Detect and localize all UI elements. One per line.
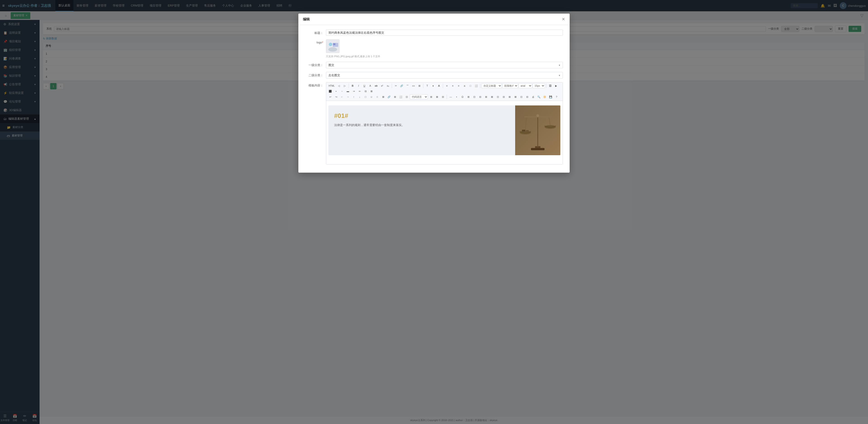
rte-table-button[interactable]: ⊞ bbox=[416, 83, 422, 88]
rte-paragraph-select[interactable]: 段落格式 bbox=[502, 83, 518, 88]
rte-t4-button[interactable]: ⊞ bbox=[483, 94, 489, 99]
title-field-input[interactable] bbox=[326, 30, 563, 36]
rte-outdent-button[interactable]: a bbox=[462, 83, 467, 88]
rte-undo-icon[interactable]: ◁ bbox=[336, 83, 342, 88]
template-text-side: #01# 法律是一系列的规则，通常需要经由一套制度来落实。 bbox=[329, 106, 515, 155]
rte-embed-button[interactable]: ⊠ bbox=[434, 94, 440, 99]
rte-emoji-button[interactable]: ☺ bbox=[369, 94, 374, 99]
category2-field-select[interactable]: 左右图文 bbox=[326, 72, 563, 79]
rte-omega-button[interactable]: Ω bbox=[460, 94, 465, 99]
logo-upload-area: 只支持 PNG,JPG,jpeg,gif 格式,最多上传 1 个文件 bbox=[326, 39, 380, 58]
rte-content-area[interactable]: #01# 法律是一系列的规则，通常需要经由一套制度来落实。 bbox=[326, 101, 563, 164]
rte-r7-button[interactable]: □ bbox=[363, 94, 368, 99]
rte-highlight2-button[interactable]: 🔆 bbox=[542, 94, 548, 99]
rte-angle-quote-button[interactable]: «» bbox=[411, 83, 416, 88]
rte-superscript-button[interactable]: x² bbox=[379, 83, 385, 88]
rte-t10-button[interactable]: ⊡ bbox=[519, 94, 524, 99]
svg-rect-7 bbox=[531, 148, 545, 150]
rte-file-button[interactable]: 🔗 bbox=[386, 94, 392, 99]
category1-field-select[interactable]: 图文 bbox=[326, 62, 563, 68]
rte-font-select[interactable]: arial bbox=[519, 83, 532, 88]
rte-redo-icon[interactable]: ▷ bbox=[342, 83, 347, 88]
rte-t2-button[interactable]: ⊡ bbox=[471, 94, 477, 99]
svg-point-13 bbox=[520, 131, 531, 134]
rte-check-button[interactable]: ⊠ bbox=[380, 94, 386, 99]
logo-preview[interactable] bbox=[326, 39, 340, 53]
modal-header: 编辑 ✕ bbox=[298, 13, 569, 25]
logo-field-label: logo* bbox=[305, 39, 323, 44]
rte-link-button[interactable]: 🔗 bbox=[399, 83, 404, 88]
rte-map-button[interactable]: ⊟ bbox=[440, 94, 445, 99]
rte-search2-button[interactable]: 🔍 bbox=[536, 94, 541, 99]
rte-align-left-button[interactable]: ⬛ bbox=[328, 89, 333, 94]
rte-align-right-button[interactable]: ▫ bbox=[339, 89, 345, 94]
rte-r3-button[interactable]: ← bbox=[339, 94, 345, 99]
rte-star-button[interactable]: ☆ bbox=[375, 94, 380, 99]
rte-cut-button[interactable]: ✂ bbox=[393, 83, 399, 88]
rte-quote-button[interactable]: "" bbox=[405, 83, 410, 88]
modal-overlay[interactable]: 编辑 ✕ 标题： logo* bbox=[0, 0, 868, 424]
rte-hr-button[interactable]: — bbox=[448, 94, 454, 99]
modal-close-button[interactable]: ✕ bbox=[562, 17, 565, 22]
rte-separator bbox=[348, 84, 349, 88]
rte-highlight-button[interactable]: ♦ bbox=[430, 83, 436, 88]
svg-rect-15 bbox=[522, 130, 525, 132]
form-row-title: 标题： bbox=[305, 30, 563, 36]
rte-code-language-select[interactable]: 代码语言 bbox=[410, 94, 428, 99]
rte-underline-button[interactable]: U bbox=[362, 83, 367, 88]
rte-block-button[interactable]: □ bbox=[468, 83, 473, 88]
rte-rtl-button[interactable]: ⇐ bbox=[357, 89, 362, 94]
rte-t11-button[interactable]: ⊟ bbox=[524, 94, 530, 99]
rte-align-center-button[interactable]: ▪ bbox=[333, 89, 339, 94]
rte-code-button[interactable]: ⊞ bbox=[428, 94, 434, 99]
rte-fontcolor-button[interactable]: A bbox=[368, 83, 373, 88]
rte-ordered-list-button[interactable]: ≡ bbox=[450, 83, 456, 88]
rte-toolbar-row2: ↩ ↪ ← → ↑ ↓ □ ☺ ☆ ⊠ 🔗 ⊞ ⬜ bbox=[328, 94, 561, 99]
rte-size-select[interactable]: 15px bbox=[532, 83, 545, 88]
rte-r2-button[interactable]: ↪ bbox=[333, 94, 339, 99]
rte-color-button[interactable]: A bbox=[436, 83, 442, 88]
category1-select-wrapper: 图文 bbox=[326, 62, 563, 68]
template-preview: #01# 法律是一系列的规则，通常需要经由一套制度来落实。 bbox=[329, 106, 560, 155]
rte-bullet-button[interactable]: • bbox=[454, 94, 459, 99]
rich-text-editor: HTML ◁ ▷ B I U A ab x² x₂ ✂ bbox=[326, 82, 563, 165]
rte-image-button[interactable]: 🖼 bbox=[548, 83, 553, 88]
rte-clip-button[interactable]: ⊞ bbox=[392, 94, 398, 99]
rte-ltr-button[interactable]: ⇒ bbox=[351, 89, 356, 94]
rte-t8-button[interactable]: ⊞ bbox=[507, 94, 512, 99]
rte-format-button[interactable]: ⬜ bbox=[473, 83, 479, 88]
template-number: #01# bbox=[334, 112, 509, 119]
rte-help-button[interactable]: ? bbox=[554, 94, 559, 99]
rte-align-justify-button[interactable]: ▬ bbox=[345, 89, 350, 94]
rte-html-button[interactable]: HTML bbox=[328, 83, 336, 88]
rte-t5-button[interactable]: ⊠ bbox=[489, 94, 495, 99]
rte-video-button[interactable]: ▶ bbox=[553, 83, 559, 88]
rte-fontcolor2-button[interactable]: T bbox=[425, 83, 430, 88]
rte-t7-button[interactable]: ⊟ bbox=[501, 94, 506, 99]
rte-fullscreen-button[interactable]: ⊠ bbox=[369, 89, 374, 94]
rte-t1-button[interactable]: ⊞ bbox=[466, 94, 471, 99]
rte-save-button[interactable]: 💾 bbox=[548, 94, 553, 99]
rte-unordered-list-button[interactable]: ≡ bbox=[444, 83, 450, 88]
form-row-logo: logo* 只支持 PNG,JPG,jpeg,gif 格式,最多上传 1 个文件 bbox=[305, 39, 563, 58]
rte-r1-button[interactable]: ↩ bbox=[328, 94, 333, 99]
rte-r6-button[interactable]: ↓ bbox=[357, 94, 362, 99]
rte-subscript-button[interactable]: x₂ bbox=[385, 83, 391, 88]
rte-box-button[interactable]: ⬜ bbox=[398, 94, 403, 99]
rte-r5-button[interactable]: ↑ bbox=[351, 94, 356, 99]
rte-grid-button[interactable]: ⊡ bbox=[404, 94, 409, 99]
form-row-category1: 一级分类： 图文 bbox=[305, 62, 563, 68]
rte-print-button[interactable]: 🖨 bbox=[530, 94, 536, 99]
rte-r4-button[interactable]: → bbox=[345, 94, 350, 99]
rte-t6-button[interactable]: ⊡ bbox=[495, 94, 500, 99]
rte-strikethrough-button[interactable]: ab bbox=[373, 83, 379, 88]
rte-t9-button[interactable]: ⊠ bbox=[513, 94, 518, 99]
rte-indent-button[interactable]: ≡ bbox=[456, 83, 461, 88]
rte-bold-button[interactable]: B bbox=[350, 83, 355, 88]
rte-heading-select[interactable]: 自定义标题 bbox=[482, 83, 502, 88]
rte-separator bbox=[443, 84, 443, 88]
rte-link2-button[interactable]: ⊟ bbox=[363, 89, 368, 94]
rte-italic-button[interactable]: I bbox=[356, 83, 361, 88]
svg-rect-16 bbox=[526, 130, 529, 132]
rte-t3-button[interactable]: ⊟ bbox=[477, 94, 483, 99]
